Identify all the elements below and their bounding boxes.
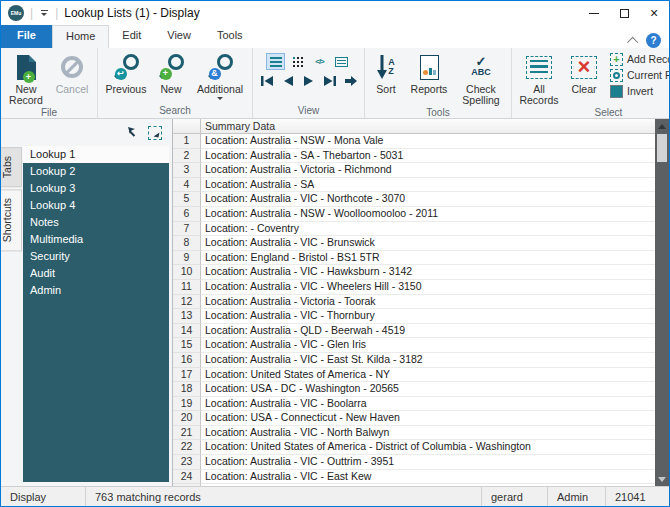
table-row[interactable]: 6 Location: Australia - NSW - Woolloomoo… — [173, 207, 655, 222]
table-row[interactable]: 14 Location: Australia - QLD - Beerwah -… — [173, 324, 655, 339]
row-number-cell: 17 — [173, 368, 201, 383]
table-row[interactable]: 4 Location: Australia - SA — [173, 178, 655, 193]
help-icon[interactable]: ? — [646, 33, 661, 48]
app-icon[interactable]: EMu — [8, 5, 24, 21]
table-row[interactable]: 7 Location: - Coventry — [173, 222, 655, 237]
summary-data-cell: Location: United States of America - Dis… — [201, 440, 655, 455]
view-grid-button[interactable] — [288, 53, 307, 70]
collapse-ribbon-icon[interactable] — [627, 36, 638, 47]
ribbon-tab-row: File Home Edit View Tools ? — [1, 25, 669, 48]
tab-edit[interactable]: Edit — [109, 25, 154, 48]
table-row[interactable]: 23 Location: Australia - VIC - Outtrim -… — [173, 455, 655, 470]
sidebar-item[interactable]: Lookup 2 — [23, 163, 169, 180]
next-record-button[interactable] — [300, 73, 318, 89]
quick-access-dropdown-icon[interactable] — [39, 10, 49, 16]
table-row[interactable]: 21 Location: Australia - VIC - North Bal… — [173, 426, 655, 441]
summary-data-cell: Location: - Coventry — [201, 222, 655, 237]
scroll-down-icon[interactable] — [655, 472, 669, 486]
goto-record-button[interactable] — [342, 73, 360, 89]
summary-data-cell: Location: Australia - NSW - Mona Vale — [201, 134, 655, 149]
check-spelling-button[interactable]: ✓ABC Check Spelling — [453, 49, 509, 106]
table-row[interactable]: 24 Location: Australia - VIC - East Kew — [173, 470, 655, 485]
last-record-button[interactable] — [321, 73, 339, 89]
sidebar-vertical-tab[interactable]: Shortcuts — [1, 189, 22, 251]
status-group: Admin — [547, 487, 605, 506]
tab-home[interactable]: Home — [52, 25, 109, 48]
view-form-button[interactable] — [332, 53, 351, 70]
table-row[interactable]: 15 Location: Australia - VIC - Glen Iris — [173, 338, 655, 353]
sort-button[interactable]: AZ Sort — [367, 49, 405, 95]
cursor-arrow-icon[interactable] — [126, 125, 139, 140]
tab-view[interactable]: View — [154, 25, 204, 48]
tab-file[interactable]: File — [1, 25, 52, 48]
sidebar-item[interactable]: Security — [23, 248, 169, 265]
add-record-button[interactable]: + Add Record — [610, 52, 670, 66]
table-row[interactable]: 16 Location: Australia - VIC - East St. … — [173, 353, 655, 368]
search-additional-icon: & — [207, 52, 234, 82]
table-row[interactable]: 17 Location: United States of America - … — [173, 368, 655, 383]
group-label-view: View — [255, 104, 362, 118]
reports-button[interactable]: Reports — [405, 49, 453, 95]
clear-button[interactable]: × Clear — [564, 49, 604, 95]
view-list-button[interactable] — [266, 53, 285, 70]
table-row[interactable]: 8 Location: Australia - VIC - Brunswick — [173, 236, 655, 251]
tab-tools[interactable]: Tools — [204, 25, 256, 48]
search-new-button[interactable]: + New — [152, 49, 190, 95]
ribbon-group-view: </> View — [252, 48, 364, 118]
title-bar: EMu | | Lookup Lists (1) - Display × — [1, 1, 669, 25]
first-record-button[interactable] — [258, 73, 276, 89]
close-button[interactable]: × — [639, 1, 669, 25]
scrollbar-thumb[interactable] — [657, 134, 667, 162]
sidebar-item[interactable]: Admin — [23, 282, 169, 299]
table-row[interactable]: 5 Location: Australia - VIC - Northcote … — [173, 192, 655, 207]
sidebar-item[interactable]: Lookup 3 — [23, 180, 169, 197]
table-row[interactable]: 18 Location: USA - DC - Washington - 205… — [173, 382, 655, 397]
view-code-button[interactable]: </> — [310, 53, 329, 70]
status-user: gerard — [481, 487, 547, 506]
row-number-cell: 24 — [173, 470, 201, 485]
table-row[interactable]: 19 Location: Australia - VIC - Boolarra — [173, 397, 655, 412]
sidebar-item[interactable]: Lookup 4 — [23, 197, 169, 214]
previous-record-button[interactable] — [279, 73, 297, 89]
table-row[interactable]: 13 Location: Australia - VIC - Thornbury — [173, 309, 655, 324]
previous-record-icon — [283, 76, 293, 86]
table-row[interactable]: 10 Location: Australia - VIC - Hawksburn… — [173, 265, 655, 280]
row-number-cell: 23 — [173, 455, 201, 470]
row-number-cell: 11 — [173, 280, 201, 295]
scroll-up-icon[interactable] — [655, 119, 669, 133]
maximize-button[interactable] — [609, 1, 639, 25]
sidebar-item[interactable]: Notes — [23, 214, 169, 231]
table-row[interactable]: 9 Location: England - Bristol - BS1 5TR — [173, 251, 655, 266]
table-row[interactable]: 20 Location: USA - Connecticut - New Hav… — [173, 411, 655, 426]
table-row[interactable]: 11 Location: Australia - VIC - Wheelers … — [173, 280, 655, 295]
row-number-cell: 2 — [173, 149, 201, 164]
all-records-button[interactable]: All Records — [514, 49, 564, 106]
summary-data-cell: Location: Australia - Victoria - Toorak — [201, 295, 655, 310]
sidebar-vertical-tab[interactable]: Tabs — [1, 147, 22, 187]
ribbon-group-tools: AZ Sort Reports ✓ABC Check Spelling — [364, 48, 511, 118]
current-record-button[interactable]: Current Record — [610, 68, 670, 82]
vertical-scrollbar[interactable] — [655, 119, 669, 486]
summary-data-cell: Location: Australia - VIC - Outtrim - 39… — [201, 455, 655, 470]
search-additional-button[interactable]: & Additional — [190, 49, 250, 100]
row-number-cell: 14 — [173, 324, 201, 339]
table-row[interactable]: 12 Location: Australia - Victoria - Toor… — [173, 295, 655, 310]
invert-button[interactable]: Invert — [610, 84, 670, 98]
row-number-cell: 4 — [173, 178, 201, 193]
table-row[interactable]: 2 Location: Australia - SA - Thebarton -… — [173, 149, 655, 164]
cancel-button[interactable]: Cancel — [49, 49, 95, 95]
code-view-icon: </> — [315, 57, 324, 66]
table-row[interactable]: 1 Location: Australia - NSW - Mona Vale — [173, 134, 655, 149]
sidebar-item[interactable]: Audit — [23, 265, 169, 282]
select-region-icon[interactable] — [148, 126, 162, 140]
table-row[interactable]: 3 Location: Australia - Victoria - Richm… — [173, 163, 655, 178]
summary-data-cell: Location: United States of America - NY — [201, 368, 655, 383]
sidebar-item[interactable]: Lookup 1 — [23, 146, 169, 163]
minimize-button[interactable] — [579, 1, 609, 25]
summary-data-cell: Location: Australia - VIC - Hawksburn - … — [201, 265, 655, 280]
new-record-button[interactable]: + New Record — [3, 49, 49, 106]
sidebar-item[interactable]: Multimedia — [23, 231, 169, 248]
search-previous-button[interactable]: ↩ Previous — [100, 49, 152, 95]
table-row[interactable]: 22 Location: United States of America - … — [173, 440, 655, 455]
summary-data-column-header[interactable]: Summary Data — [201, 119, 655, 134]
